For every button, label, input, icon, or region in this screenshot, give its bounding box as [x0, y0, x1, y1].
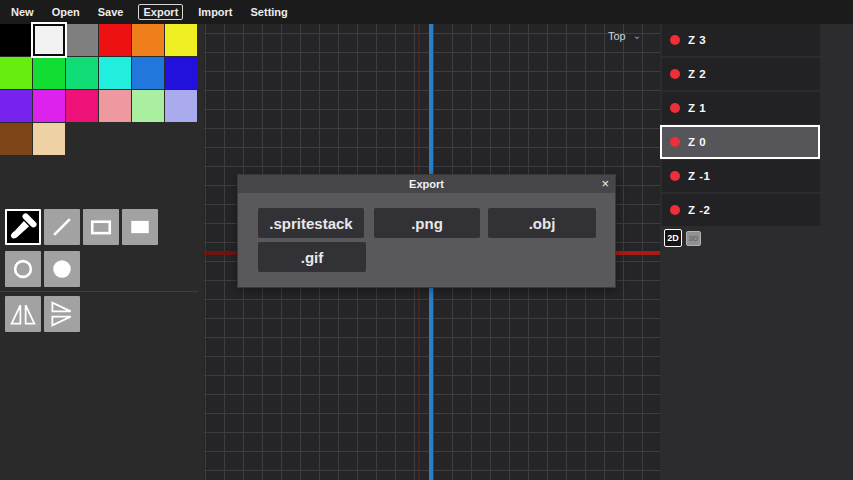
layer-dot-icon — [670, 171, 680, 181]
circle-filled-tool-button[interactable] — [44, 251, 80, 287]
menu-item-setting[interactable]: Setting — [248, 4, 291, 20]
color-swatch[interactable] — [0, 90, 32, 122]
rect-outline-tool-button[interactable] — [83, 209, 119, 245]
layer-dot-icon — [670, 103, 680, 113]
layer-row-z1[interactable]: Z 1 — [662, 92, 820, 124]
view-direction-label: Top — [608, 30, 626, 42]
view-3d-toggle-button[interactable]: 3D — [686, 231, 701, 246]
color-palette — [0, 24, 199, 155]
circle-outline-tool-button[interactable] — [5, 251, 41, 287]
layer-dot-icon — [670, 137, 680, 147]
color-swatch[interactable] — [165, 90, 197, 122]
close-icon[interactable]: × — [601, 175, 609, 193]
color-swatch[interactable] — [132, 90, 164, 122]
color-swatch[interactable] — [165, 57, 197, 89]
export-dialog-title: Export — [238, 175, 615, 193]
menu-item-open[interactable]: Open — [49, 4, 83, 20]
layer-label: Z -2 — [688, 204, 710, 216]
layer-label: Z -1 — [688, 170, 710, 182]
layer-row-z-1[interactable]: Z -1 — [662, 160, 820, 192]
layer-row-z3[interactable]: Z 3 — [662, 24, 820, 56]
export-png-button[interactable]: .png — [374, 208, 480, 238]
line-icon — [48, 213, 76, 241]
menu-item-new[interactable]: New — [8, 4, 37, 20]
rect-filled-icon — [126, 213, 154, 241]
color-swatch[interactable] — [0, 123, 32, 155]
export-dialog: Export × .spritestack .png .obj .gif — [237, 174, 616, 288]
menu-item-save[interactable]: Save — [95, 4, 127, 20]
color-swatch[interactable] — [99, 90, 131, 122]
menu-item-import[interactable]: Import — [195, 4, 235, 20]
flip-horizontal-icon — [9, 300, 37, 328]
color-swatch[interactable] — [0, 24, 32, 56]
brush-tool-button[interactable] — [5, 209, 41, 245]
tools-divider — [0, 291, 198, 292]
color-swatch[interactable] — [99, 57, 131, 89]
chevron-down-icon: ⌄ — [633, 32, 641, 40]
view-direction-dropdown[interactable]: Top ⌄ — [608, 30, 641, 42]
color-swatch[interactable] — [99, 24, 131, 56]
rect-filled-tool-button[interactable] — [122, 209, 158, 245]
color-swatch[interactable] — [0, 57, 32, 89]
layer-row-z2[interactable]: Z 2 — [662, 58, 820, 90]
view-2d-toggle-button[interactable]: 2D — [664, 229, 682, 247]
color-swatch[interactable] — [33, 57, 65, 89]
menu-item-export[interactable]: Export — [138, 4, 183, 20]
menu-bar: New Open Save Export Import Setting — [0, 0, 853, 24]
export-gif-button[interactable]: .gif — [258, 242, 366, 272]
layer-label: Z 1 — [688, 102, 706, 114]
layer-dot-icon — [670, 69, 680, 79]
brush-icon — [9, 213, 37, 241]
flip-horizontal-tool-button[interactable] — [5, 296, 41, 332]
layer-label: Z 2 — [688, 68, 706, 80]
export-spritestack-button[interactable]: .spritestack — [258, 208, 364, 238]
layer-row-z0-selected[interactable]: Z 0 — [660, 125, 820, 159]
export-obj-button[interactable]: .obj — [488, 208, 596, 238]
layer-dot-icon — [670, 205, 680, 215]
layer-label: Z 0 — [688, 136, 706, 148]
color-swatch[interactable] — [33, 123, 65, 155]
color-swatch[interactable] — [132, 24, 164, 56]
circle-filled-icon — [48, 255, 76, 283]
export-dialog-titlebar[interactable]: Export × — [238, 175, 615, 193]
layer-label: Z 3 — [688, 34, 706, 46]
flip-vertical-tool-button[interactable] — [44, 296, 80, 332]
color-swatch[interactable] — [165, 24, 197, 56]
color-swatch[interactable] — [33, 90, 65, 122]
flip-vertical-icon — [48, 300, 76, 328]
layer-row-z-2[interactable]: Z -2 — [662, 194, 820, 226]
color-swatch[interactable] — [66, 57, 98, 89]
color-swatch[interactable] — [66, 90, 98, 122]
color-swatch-selected[interactable] — [33, 24, 65, 56]
color-swatch[interactable] — [132, 57, 164, 89]
circle-outline-icon — [9, 255, 37, 283]
rect-outline-icon — [87, 213, 115, 241]
color-swatch[interactable] — [66, 24, 98, 56]
layers-sidebar: Z 3 Z 2 Z 1 Z 0 Z -1 Z -2 2D 3D — [660, 24, 853, 480]
left-tool-panel — [0, 24, 204, 480]
layer-dot-icon — [670, 35, 680, 45]
line-tool-button[interactable] — [44, 209, 80, 245]
